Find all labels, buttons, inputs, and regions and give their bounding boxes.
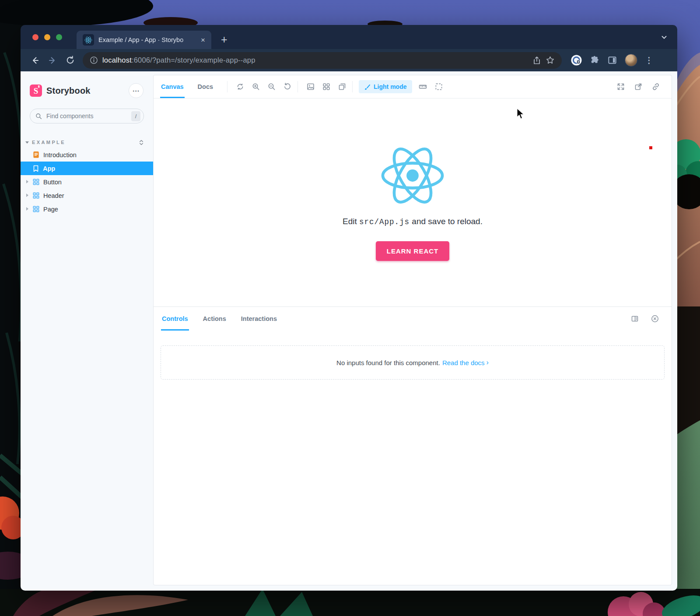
sidebar-brand-row: S Storybook ⋯ — [21, 83, 153, 98]
fullscreen-button[interactable] — [614, 80, 627, 93]
sidebar-item-label: Introduction — [43, 151, 77, 158]
open-new-tab-button[interactable] — [632, 80, 645, 93]
search-box[interactable]: / — [30, 109, 144, 123]
sidebar-menu-button[interactable]: ⋯ — [129, 83, 144, 98]
search-input[interactable] — [46, 112, 128, 120]
link-chevron-icon: › — [486, 359, 489, 366]
url-field[interactable]: localhost:6006/?path=/story/example-app-… — [83, 52, 562, 69]
addons-panel-controls — [628, 312, 664, 325]
collapsed-caret-icon[interactable] — [26, 180, 28, 183]
tab-canvas[interactable]: Canvas — [160, 75, 185, 98]
zoom-in-button[interactable] — [249, 80, 262, 93]
outline-dashed-button[interactable] — [432, 80, 445, 93]
sidebar-item-header[interactable]: Header — [21, 189, 153, 202]
react-favicon-icon — [83, 34, 94, 46]
mouse-cursor — [516, 108, 526, 120]
search-icon — [35, 113, 42, 120]
component-icon — [33, 192, 39, 199]
reload-button[interactable] — [63, 53, 77, 68]
share-icon[interactable] — [532, 56, 541, 65]
main-area: Canvas Docs Light mode — [153, 71, 677, 591]
read-the-docs-link[interactable]: Read the docs — [442, 359, 485, 366]
recording-dot — [649, 146, 652, 149]
learn-react-button[interactable]: LEARN REACT — [376, 241, 449, 261]
edit-instruction: Edit src/App.js and save to reload. — [343, 217, 483, 226]
component-icon — [33, 179, 39, 185]
panel-position-button[interactable] — [628, 312, 641, 325]
outline-button[interactable] — [336, 80, 349, 93]
sidebar-item-label: Page — [43, 206, 58, 213]
minimize-window-button[interactable] — [44, 34, 50, 40]
canvas-toolbar: Canvas Docs Light mode — [154, 75, 672, 99]
collapsed-caret-icon[interactable] — [26, 194, 28, 197]
search-shortcut-key: / — [131, 111, 140, 121]
browser-tab-strip: Example / App - App · Storybo × + — [21, 25, 677, 49]
close-window-button[interactable] — [32, 34, 38, 40]
tab-docs[interactable]: Docs — [197, 75, 214, 98]
measure-button[interactable] — [416, 80, 430, 93]
copy-link-button[interactable] — [649, 80, 662, 93]
remount-button[interactable] — [234, 80, 247, 93]
zoom-window-button[interactable] — [56, 34, 62, 40]
close-panel-button[interactable] — [648, 312, 662, 325]
tab-search-chevron-icon[interactable] — [661, 34, 668, 41]
bookmark-icon — [33, 165, 39, 172]
toolbar-divider — [352, 81, 353, 92]
site-info-icon[interactable] — [90, 56, 98, 64]
document-icon — [33, 151, 39, 158]
toolbar-divider — [298, 81, 298, 92]
sidebar-item-introduction[interactable]: Introduction — [21, 148, 153, 162]
theme-toggle-button[interactable]: Light mode — [359, 80, 412, 93]
extensions-puzzle-icon[interactable] — [590, 55, 600, 65]
side-panel-icon[interactable] — [607, 55, 617, 65]
url-host: localhost — [102, 56, 132, 64]
svg-text:S: S — [34, 86, 38, 95]
url-text[interactable]: localhost:6006/?path=/story/example-app-… — [102, 56, 528, 64]
tab-actions[interactable]: Actions — [202, 307, 227, 331]
tab-controls[interactable]: Controls — [161, 307, 189, 331]
sidebar-item-app[interactable]: App — [21, 162, 153, 175]
browser-window: Example / App - App · Storybo × + localh… — [21, 25, 677, 591]
preview-panel: Canvas Docs Light mode — [153, 75, 672, 585]
storybook-app: S Storybook ⋯ / EXAMPLE Introduction — [21, 71, 677, 591]
paintbrush-icon — [364, 84, 371, 90]
expand-collapse-icon[interactable] — [138, 139, 144, 146]
profile-avatar[interactable] — [625, 54, 637, 67]
browser-tab[interactable]: Example / App - App · Storybo × — [77, 31, 211, 49]
grid-button[interactable] — [320, 80, 333, 93]
forward-button[interactable] — [45, 53, 60, 68]
toolbar-right-group — [614, 80, 665, 93]
browser-menu-button[interactable]: ⋮ — [645, 56, 653, 64]
back-button[interactable] — [28, 53, 42, 68]
controls-empty-state: No inputs found for this component. Read… — [161, 345, 665, 380]
new-tab-button[interactable]: + — [221, 34, 228, 45]
bookmark-star-icon[interactable] — [546, 56, 555, 65]
browser-address-bar: localhost:6006/?path=/story/example-app-… — [21, 49, 677, 71]
reset-zoom-button[interactable] — [281, 80, 294, 93]
section-label: EXAMPLE — [32, 140, 66, 145]
collapsed-caret-icon[interactable] — [26, 207, 28, 211]
tab-interactions[interactable]: Interactions — [240, 307, 278, 331]
sidebar-item-label: App — [43, 165, 55, 172]
theme-toggle-label: Light mode — [374, 83, 406, 90]
password-manager-icon[interactable] — [570, 54, 582, 66]
browser-extension-icons: ⋮ — [570, 54, 653, 67]
url-path: :6006/?path=/story/example-app--app — [132, 56, 256, 64]
zoom-out-button[interactable] — [265, 80, 278, 93]
tab-title: Example / App - App · Storybo — [98, 36, 199, 43]
addons-panel: Controls Actions Interactions No inputs … — [154, 306, 672, 585]
sidebar-item-page[interactable]: Page — [21, 202, 153, 216]
window-controls[interactable] — [32, 34, 62, 40]
addons-tab-bar: Controls Actions Interactions — [154, 307, 672, 331]
storybook-sidebar: S Storybook ⋯ / EXAMPLE Introduction — [21, 71, 153, 591]
tab-close-button[interactable]: × — [199, 35, 207, 45]
sidebar-item-button[interactable]: Button — [21, 175, 153, 189]
code-path: src/App.js — [359, 218, 410, 226]
component-tree: EXAMPLE Introduction App Button — [21, 137, 153, 216]
desktop: { "colors": { "accent_blue": "#1EA7FD", … — [0, 0, 700, 616]
brand-title[interactable]: Storybook — [46, 86, 91, 96]
section-expanded-caret-icon — [25, 141, 29, 144]
empty-message: No inputs found for this component. — [336, 359, 440, 366]
background-button[interactable] — [304, 80, 317, 93]
tree-section-example[interactable]: EXAMPLE — [21, 137, 153, 148]
